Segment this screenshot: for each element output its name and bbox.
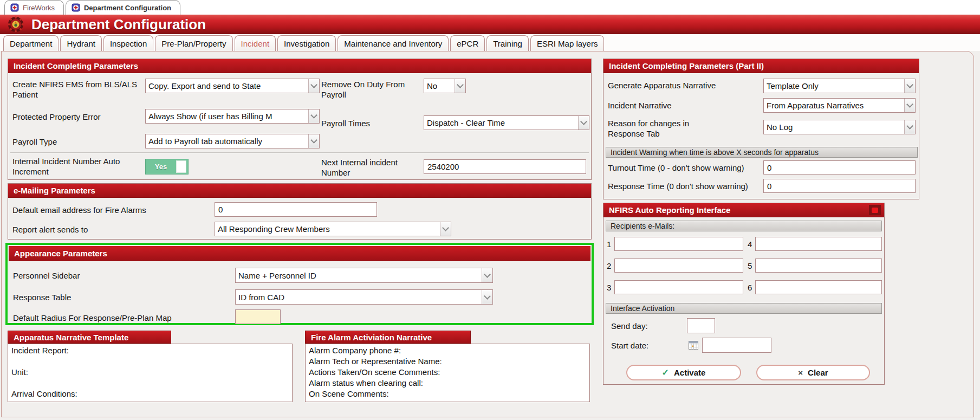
send-day-input[interactable] — [687, 318, 715, 333]
chevron-down-icon[interactable] — [308, 79, 319, 93]
section-title: Incident Completing Parameters (Part II) — [603, 59, 919, 73]
tab-training[interactable]: Training — [486, 35, 529, 51]
app-header: Department Configuration — [0, 15, 980, 34]
protected-property-dropdown[interactable]: Always Show (if user has Billing M — [145, 109, 320, 124]
reason-changes-dropdown[interactable]: No Log — [763, 120, 916, 134]
page-title: Department Configuration — [31, 16, 206, 33]
calendar-icon[interactable] — [688, 340, 699, 351]
window-tab-fireworks[interactable]: FireWorks — [4, 0, 64, 15]
dropdown-value: From Apparatus Narratives — [764, 99, 904, 112]
close-icon-glyph — [872, 208, 878, 213]
x-icon: × — [798, 368, 803, 377]
incident-completing-part2-panel: Incident Completing Parameters (Part II)… — [603, 59, 919, 199]
window-tab-label: FireWorks — [23, 4, 55, 12]
divider — [10, 152, 589, 153]
incident-completing-panel: Incident Completing Parameters Create NF… — [8, 59, 592, 180]
recipient-email-input-2[interactable] — [614, 259, 743, 273]
turnout-time-label: Turnout Time (0 - don't show warning) — [608, 163, 765, 173]
chevron-down-icon[interactable] — [308, 109, 319, 123]
dropdown-value: Template Only — [764, 79, 904, 93]
chevron-down-icon[interactable] — [455, 79, 465, 93]
recipient-number: 2 — [607, 261, 611, 270]
turnout-time-input[interactable] — [763, 160, 916, 175]
chevron-down-icon[interactable] — [904, 99, 915, 112]
dropdown-value: Name + Personnel ID — [236, 268, 482, 282]
payroll-times-label: Payroll Times — [321, 119, 411, 129]
tab-department[interactable]: Department — [3, 35, 59, 51]
recipient-email-input-6[interactable] — [755, 280, 882, 294]
default-radius-input[interactable] — [235, 309, 281, 324]
default-email-label: Default email address for Fire Alarms — [12, 205, 213, 216]
department-logo-icon — [8, 16, 24, 33]
tab-incident[interactable]: Incident — [235, 35, 276, 51]
start-date-label: Start date: — [611, 341, 648, 351]
personnel-sidebar-dropdown[interactable]: Name + Personnel ID — [235, 268, 493, 283]
reason-changes-label: Reason for changes in Response Tab — [608, 119, 724, 139]
recipient-number: 4 — [748, 240, 752, 249]
tab-esri-map-layers[interactable]: ESRI Map layers — [530, 35, 605, 51]
recipient-email-input-5[interactable] — [755, 259, 882, 273]
recipient-email-input-4[interactable] — [755, 237, 882, 251]
chevron-down-icon[interactable] — [904, 79, 915, 93]
recipient-email-input-1[interactable] — [614, 237, 743, 251]
interface-activation-subheader: Interface Activation — [606, 303, 882, 314]
dropdown-value: Add to Payroll tab automatically — [146, 134, 308, 148]
response-time-input[interactable] — [763, 179, 916, 193]
create-nfirs-dropdown[interactable]: Copy. Export and send to State — [145, 79, 320, 93]
incident-narrative-dropdown[interactable]: From Apparatus Narratives — [763, 98, 916, 113]
remove-on-duty-dropdown[interactable]: No — [424, 79, 466, 93]
auto-increment-toggle[interactable]: Yes — [145, 159, 189, 175]
dropdown-value: ID from CAD — [236, 290, 482, 304]
emailing-panel: e-Mailing Parameters Default email addre… — [8, 183, 592, 240]
payroll-times-dropdown[interactable]: Dispatch - Clear Time — [424, 115, 589, 130]
next-internal-input[interactable] — [424, 159, 586, 174]
window-tab-label: Department Configuration — [84, 4, 171, 12]
default-email-input[interactable] — [215, 202, 377, 217]
appearance-panel-highlight: Appearance Parameters Personnel Sidebar … — [5, 243, 594, 325]
toggle-value: Yes — [146, 159, 176, 174]
response-table-label: Response Table — [13, 293, 219, 303]
report-alert-dropdown[interactable]: All Responding Crew Members — [215, 222, 451, 236]
tab-maintenance-inventory[interactable]: Maintenance and Inventory — [338, 35, 449, 51]
tab-investigation[interactable]: Investigation — [277, 35, 336, 51]
clear-button[interactable]: × Clear — [756, 365, 870, 380]
recipients-subheader: Recipients e-Mails: — [606, 221, 882, 231]
check-icon: ✓ — [662, 367, 669, 378]
dropdown-value: Dispatch - Clear Time — [424, 116, 578, 130]
response-table-dropdown[interactable]: ID from CAD — [235, 289, 493, 305]
default-radius-label: Default Radius For Response/Pre-Plan Map — [13, 313, 230, 324]
chevron-down-icon[interactable] — [482, 290, 492, 304]
tab-pre-plan-property[interactable]: Pre-Plan/Property — [155, 35, 232, 51]
remove-on-duty-label: Remove On Duty From Payroll — [321, 80, 411, 100]
tab-hydrant[interactable]: Hydrant — [60, 35, 102, 51]
window-tab-bar: FireWorks Department Configuration — [0, 0, 980, 15]
toggle-knob — [176, 160, 186, 173]
dropdown-value: All Responding Crew Members — [215, 222, 440, 236]
generate-apparatus-label: Generate Apparatus Narrative — [608, 81, 760, 91]
chevron-down-icon[interactable] — [440, 222, 451, 236]
start-date-input[interactable] — [702, 338, 771, 353]
chevron-down-icon[interactable] — [578, 116, 589, 130]
generate-apparatus-dropdown[interactable]: Template Only — [763, 79, 916, 93]
tab-inspection[interactable]: Inspection — [103, 35, 153, 51]
chevron-down-icon[interactable] — [904, 120, 915, 134]
close-icon[interactable] — [869, 205, 881, 215]
fire-alarm-narrative-title: Fire Alarm Activiation Narrative — [305, 331, 471, 344]
report-alert-label: Report alert sends to — [12, 225, 213, 235]
activate-button[interactable]: ✓ Activate — [626, 365, 741, 380]
payroll-type-dropdown[interactable]: Add to Payroll tab automatically — [145, 134, 320, 148]
activate-button-label: Activate — [674, 368, 705, 377]
chevron-down-icon[interactable] — [308, 134, 319, 148]
send-day-label: Send day: — [611, 321, 648, 332]
recipient-number: 1 — [607, 240, 611, 249]
tab-epcr[interactable]: ePCR — [450, 35, 485, 51]
fire-alarm-narrative-textarea[interactable]: Alarm Company phone #: Alarm Tech or Rep… — [305, 344, 590, 402]
clear-button-label: Clear — [808, 368, 828, 377]
apparatus-narrative-textarea[interactable]: Incident Report: Unit: Arrival Condition… — [8, 344, 293, 402]
chevron-down-icon[interactable] — [482, 268, 492, 282]
window-tab-department-configuration[interactable]: Department Configuration — [66, 0, 180, 15]
incident-narrative-label: Incident Narrative — [608, 101, 760, 111]
dropdown-value: Always Show (if user has Billing M — [146, 109, 308, 123]
fireworks-logo-icon — [10, 3, 19, 12]
recipient-email-input-3[interactable] — [614, 280, 743, 294]
